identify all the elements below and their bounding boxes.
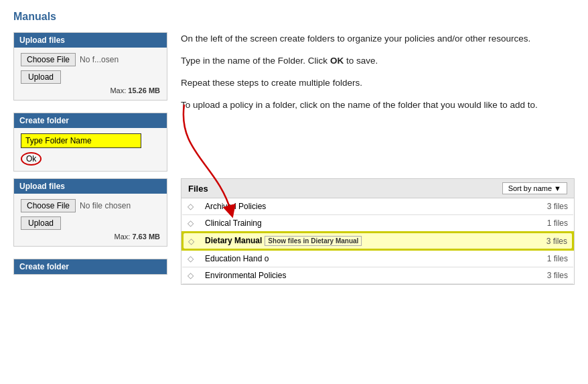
top-section: Upload files Choose File No f...osen Upl…	[13, 32, 575, 172]
folder-name-input[interactable]	[21, 133, 141, 148]
diamond-icon: ◇	[182, 250, 200, 267]
instruction-3: Repeat these steps to create multiple fo…	[181, 76, 575, 90]
instruction-4: To upload a policy in a folder, click on…	[181, 99, 575, 113]
create-folder-box-bottom: Create folder	[13, 259, 167, 275]
instruction-1: On the left of the screen create folders…	[181, 32, 575, 46]
create-folder-header-bottom: Create folder	[14, 259, 167, 274]
choose-file-button-top[interactable]: Choose File	[21, 53, 76, 66]
upload-button-top[interactable]: Upload	[21, 70, 61, 84]
choose-file-button-bottom[interactable]: Choose File	[21, 199, 76, 212]
ok-button-top[interactable]: Ok	[21, 152, 42, 166]
create-folder-header-top: Create folder	[14, 113, 167, 128]
upload-btn-row-top: Upload	[21, 70, 160, 86]
upload-box-bottom-header: Upload files	[14, 179, 167, 194]
file-count: 3 files	[513, 232, 573, 250]
files-panel-title: Files	[188, 184, 208, 194]
upload-box-top-header: Upload files	[14, 33, 167, 48]
folder-name[interactable]: Archived Policies	[200, 198, 513, 215]
file-count: 3 files	[513, 267, 573, 284]
table-row[interactable]: ◇Clinical Training1 files	[182, 215, 573, 233]
no-file-text-bottom: No file chosen	[80, 201, 131, 210]
file-count: 3 files	[513, 198, 573, 215]
diamond-icon: ◇	[182, 198, 200, 215]
upload-box-bottom-body: Choose File No file chosen Upload Max: 7…	[14, 194, 167, 246]
instructions-panel: On the left of the screen create folders…	[181, 32, 575, 121]
folder-name[interactable]: Clinical Training	[200, 215, 513, 233]
files-panel: Files Sort by name ▼ ◇Archived Policies3…	[181, 178, 575, 285]
upload-btn-row-bottom: Upload	[21, 216, 160, 233]
files-panel-container: Files Sort by name ▼ ◇Archived Policies3…	[181, 178, 575, 285]
create-folder-body-top: Ok	[14, 128, 167, 171]
upload-box-top-body: Choose File No f...osen Upload Max: 15.2…	[14, 48, 167, 100]
file-row-bottom: Choose File No file chosen	[21, 199, 160, 212]
file-count: 1 files	[513, 250, 573, 267]
file-row-top: Choose File No f...osen	[21, 53, 160, 66]
bottom-left-col: Upload files Choose File No file chosen …	[13, 178, 167, 275]
table-row[interactable]: ◇Dietary ManualShow files in Dietary Man…	[182, 232, 573, 250]
table-row[interactable]: ◇Archived Policies3 files	[182, 198, 573, 215]
diamond-icon: ◇	[182, 267, 200, 284]
diamond-icon: ◇	[182, 232, 200, 250]
files-header: Files Sort by name ▼	[181, 179, 574, 198]
tooltip-bubble: Show files in Dietary Manual	[265, 236, 362, 246]
diamond-icon: ◇	[182, 215, 200, 233]
left-column-top: Upload files Choose File No f...osen Upl…	[13, 32, 167, 172]
file-count: 1 files	[513, 215, 573, 233]
no-file-text-top: No f...osen	[80, 55, 119, 64]
files-table: ◇Archived Policies3 files◇Clinical Train…	[181, 198, 574, 284]
sort-by-name-button[interactable]: Sort by name ▼	[502, 182, 567, 194]
upload-box-top: Upload files Choose File No f...osen Upl…	[13, 32, 167, 101]
table-row[interactable]: ◇Education Hand o1 files	[182, 250, 573, 267]
max-size-top: Max: 15.26 MB	[21, 86, 160, 94]
create-folder-box-top: Create folder Ok	[13, 113, 167, 172]
page-title: Manuals	[13, 11, 575, 23]
folder-name[interactable]: Dietary ManualShow files in Dietary Manu…	[200, 232, 513, 250]
folder-name[interactable]: Education Hand o	[200, 250, 513, 267]
table-row[interactable]: ◇Environmental Policies3 files	[182, 267, 573, 284]
upload-button-bottom[interactable]: Upload	[21, 216, 61, 230]
upload-box-bottom: Upload files Choose File No file chosen …	[13, 178, 167, 247]
bottom-section: Upload files Choose File No file chosen …	[13, 178, 575, 285]
folder-input-row	[21, 133, 160, 152]
instruction-2: Type in the name of the Folder. Click OK…	[181, 54, 575, 68]
max-size-bottom: Max: 7.63 MB	[21, 233, 160, 241]
folder-name[interactable]: Environmental Policies	[200, 267, 513, 284]
